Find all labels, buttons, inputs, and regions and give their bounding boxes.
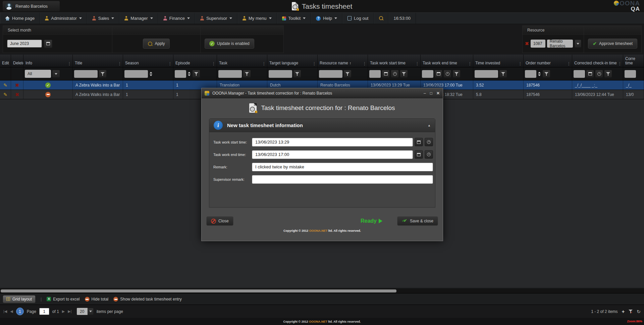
filter-input[interactable] (369, 70, 381, 78)
resource-dropdown-button[interactable] (575, 40, 581, 48)
filter-funnel-button[interactable] (400, 70, 408, 78)
menu-item-help[interactable]: Help (311, 13, 342, 24)
filter-dropdown-button[interactable] (52, 70, 60, 78)
export-to-excel-button[interactable]: Export to excel (47, 297, 79, 302)
close-window-button[interactable]: ✕ (436, 91, 440, 96)
column-header-task[interactable]: Task⋮ (217, 55, 267, 67)
column-header-invested[interactable]: Time invested⋮ (473, 55, 524, 67)
menu-item-home-page[interactable]: Home page (0, 13, 40, 24)
page-size-dropdown-button[interactable] (88, 308, 94, 315)
close-button[interactable]: Close (206, 216, 233, 226)
filter-funnel-button[interactable] (499, 70, 507, 78)
month-input[interactable] (7, 40, 42, 48)
delete-icon[interactable]: ✖ (15, 83, 19, 88)
column-header-start[interactable]: Task work start time⋮ (368, 55, 421, 67)
field-calendar-button[interactable] (415, 138, 423, 146)
column-menu-icon[interactable]: ⋮ (212, 62, 216, 65)
field-input-task-work-end-time[interactable] (252, 150, 413, 159)
save-and-close-button[interactable]: Save & close (397, 216, 438, 226)
panel-header[interactable]: i New task timesheet information ▲ (209, 119, 435, 132)
filter-funnel-button[interactable] (452, 70, 461, 78)
filter-input[interactable] (74, 70, 98, 78)
field-input-remark[interactable] (252, 163, 433, 171)
column-header-target_language[interactable]: Target language⋮ (267, 55, 318, 67)
grid-layout-button[interactable]: Grid layout (3, 295, 36, 303)
field-clock-button[interactable] (425, 150, 433, 159)
next-page-button[interactable]: ▶ (62, 309, 65, 314)
filter-input[interactable] (625, 70, 636, 78)
column-menu-icon[interactable]: ⋮ (567, 62, 571, 65)
spinner-control[interactable] (537, 72, 541, 76)
filter-input[interactable] (574, 70, 585, 78)
menu-item-toolkit[interactable]: Toolkit (277, 13, 311, 24)
column-header-title[interactable]: Title⋮ (73, 55, 123, 67)
edit-icon[interactable]: ✎ (3, 92, 7, 97)
field-input-supervisor-remark[interactable] (252, 175, 433, 184)
filter-funnel-button[interactable] (192, 70, 200, 78)
column-header-end[interactable]: Task work end time⋮ (421, 55, 473, 67)
page-number-input[interactable] (39, 308, 49, 315)
filter-select-value[interactable]: All (25, 70, 51, 78)
field-input-task-work-start-time[interactable] (252, 138, 413, 147)
resource-name-select[interactable]: Renato Barcelos (547, 40, 573, 48)
delete-icon[interactable]: ✖ (15, 92, 19, 97)
cell-edit[interactable]: ✎ (0, 90, 11, 99)
column-header-checkin[interactable]: Corrected check-in time⋮ (572, 55, 623, 67)
column-header-season[interactable]: Season⋮ (123, 55, 173, 67)
column-menu-icon[interactable]: ⋮ (67, 62, 71, 65)
collapse-icon[interactable]: ▲ (428, 124, 431, 127)
column-menu-icon[interactable]: ⋮ (518, 62, 522, 65)
filter-clock-button[interactable] (595, 70, 603, 78)
menu-item-sales[interactable]: Sales (87, 13, 120, 24)
menu-item-supervisor[interactable]: Supervisor (195, 13, 237, 24)
column-header-info[interactable]: Info⋮ (23, 55, 73, 67)
filter-funnel-button[interactable] (99, 70, 107, 78)
clear-resource-icon[interactable]: ✖ (525, 41, 529, 46)
menu-item-manager[interactable]: Manager (119, 13, 158, 24)
column-menu-icon[interactable]: ⋮ (168, 62, 172, 65)
column-menu-icon[interactable]: ⋮ (312, 62, 316, 65)
filter-input[interactable] (269, 70, 292, 78)
filter-funnel-button[interactable] (343, 70, 352, 78)
field-clock-button[interactable] (425, 138, 433, 146)
clear-filters-icon[interactable] (629, 310, 633, 313)
column-menu-icon[interactable]: ⋮ (618, 62, 622, 65)
column-menu-icon[interactable]: ⋮ (415, 62, 419, 65)
refresh-icon[interactable]: ↻ (637, 309, 641, 314)
filter-calendar-button[interactable] (434, 70, 442, 78)
column-menu-icon[interactable]: ⋮ (363, 62, 367, 65)
filter-input[interactable] (319, 70, 342, 78)
filter-funnel-button[interactable] (293, 70, 301, 78)
cell-edit[interactable]: ✎ (0, 80, 11, 90)
add-entry-icon[interactable]: + (622, 309, 625, 314)
column-menu-icon[interactable]: ⋮ (468, 62, 472, 65)
current-user-chip[interactable]: Renato Barcelos (3, 1, 60, 11)
current-page-button[interactable]: 1 (16, 308, 24, 315)
filter-funnel-button[interactable] (243, 70, 251, 78)
last-page-button[interactable]: ▶| (68, 309, 71, 314)
maximize-button[interactable]: □ (430, 91, 432, 96)
filter-input[interactable] (124, 70, 148, 78)
show-deleted-entries-button[interactable]: Show deleted task timesheet entry (113, 297, 181, 302)
cell-delete[interactable]: ✖ (11, 80, 23, 90)
filter-funnel-button[interactable] (542, 70, 550, 78)
previous-page-button[interactable]: ◀ (10, 309, 13, 314)
minimize-button[interactable]: – (424, 91, 426, 96)
field-calendar-button[interactable] (415, 150, 423, 159)
menu-item-administrator[interactable]: Administrator (40, 13, 87, 24)
dialog-title-bar[interactable]: OOONA Manager - Task timesheet correctio… (202, 88, 443, 98)
column-header-order[interactable]: Order number⋮ (524, 55, 572, 67)
column-menu-icon[interactable]: ⋮ (262, 62, 266, 65)
filter-clock-button[interactable] (391, 70, 399, 78)
first-page-button[interactable]: |◀ (3, 309, 7, 314)
column-header-episode[interactable]: Episode⋮ (173, 55, 217, 67)
menu-item-finance[interactable]: Finance (158, 13, 195, 24)
edit-icon[interactable]: ✎ (3, 83, 7, 88)
filter-input[interactable] (422, 70, 433, 78)
spinner-control[interactable] (149, 72, 153, 76)
filter-input[interactable] (475, 70, 498, 78)
approve-timesheet-button[interactable]: ✔ Approve timesheet (588, 39, 637, 49)
filter-clock-button[interactable] (443, 70, 451, 78)
filter-input[interactable] (175, 70, 186, 78)
menu-item-log-out[interactable]: Log out (342, 13, 374, 24)
